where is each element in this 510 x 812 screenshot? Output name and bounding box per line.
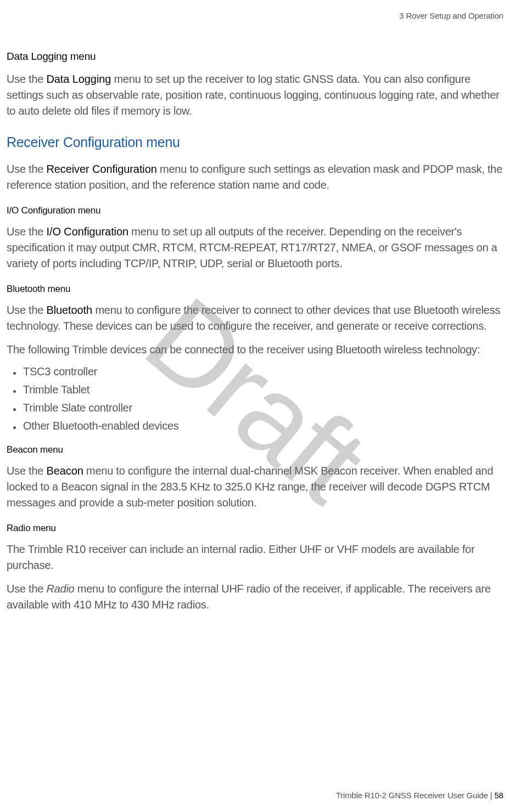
list-item: Trimble Slate controller xyxy=(23,402,503,414)
page-header: 3 Rover Setup and Operation xyxy=(7,11,503,20)
list-item: TSC3 controller xyxy=(23,365,503,378)
heading-data-logging: Data Logging menu xyxy=(7,50,503,63)
para-radio-2: Use the Radio menu to configure the inte… xyxy=(7,581,503,613)
page-number: 58 xyxy=(495,791,504,800)
italic-text: Radio xyxy=(46,583,74,595)
heading-radio: Radio menu xyxy=(7,523,503,534)
text: Use the xyxy=(7,583,46,595)
para-radio-1: The Trimble R10 receiver can include an … xyxy=(7,542,503,573)
para-bluetooth-2: The following Trimble devices can be con… xyxy=(7,342,503,358)
heading-io-config: I/O Configuration menu xyxy=(7,205,503,216)
list-item: Trimble Tablet xyxy=(23,384,503,396)
para-bluetooth-1: Use the Bluetooth menu to configure the … xyxy=(7,302,503,334)
text: Use the xyxy=(7,73,46,85)
bold-text: Bluetooth xyxy=(46,304,92,316)
footer-text: Trimble R10-2 GNSS Receiver User Guide | xyxy=(336,791,495,800)
heading-bluetooth: Bluetooth menu xyxy=(7,284,503,295)
bold-text: I/O Configuration xyxy=(46,225,128,238)
bold-text: Data Logging xyxy=(46,73,111,85)
text: Use the xyxy=(7,225,46,238)
heading-receiver-config: Receiver Configuration menu xyxy=(7,134,503,150)
page-footer: Trimble R10-2 GNSS Receiver User Guide |… xyxy=(336,791,503,800)
text: Use the xyxy=(7,163,46,175)
heading-beacon: Beacon menu xyxy=(7,444,503,455)
para-receiver-config: Use the Receiver Configuration menu to c… xyxy=(7,161,503,193)
para-beacon: Use the Beacon menu to configure the int… xyxy=(7,463,503,511)
bluetooth-device-list: TSC3 controller Trimble Tablet Trimble S… xyxy=(23,365,503,432)
text: Use the xyxy=(7,465,46,477)
bold-text: Receiver Configuration xyxy=(46,163,156,175)
text: Use the xyxy=(7,304,46,316)
list-item: Other Bluetooth-enabled devices xyxy=(23,420,503,432)
para-io-config: Use the I/O Configuration menu to set up… xyxy=(7,224,503,272)
para-data-logging: Use the Data Logging menu to set up the … xyxy=(7,71,503,119)
bold-text: Beacon xyxy=(46,465,83,477)
text: menu to configure the internal UHF radio… xyxy=(7,583,491,611)
